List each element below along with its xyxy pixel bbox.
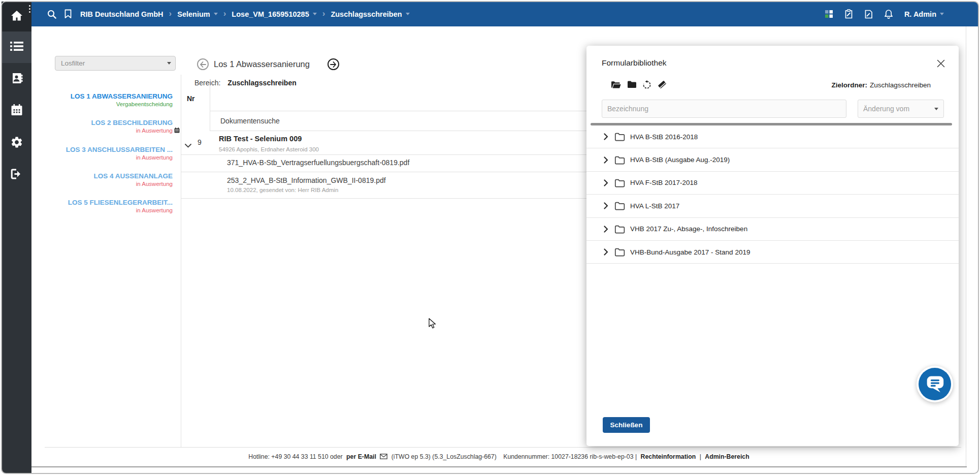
chevron-right-icon[interactable] <box>604 156 608 164</box>
chevron-right-icon[interactable] <box>604 248 608 256</box>
email-link[interactable]: per E-Mail <box>346 453 376 460</box>
chevron-right-icon[interactable] <box>604 179 608 186</box>
group-title: RIB Test - Selenium 009 <box>219 135 302 143</box>
chevron-down-icon[interactable] <box>185 141 191 150</box>
breadcrumb-separator: › <box>223 9 226 19</box>
open-folder-icon[interactable] <box>611 80 621 91</box>
los-title: LOS 1 ABWASSERSANIERUNG <box>48 92 173 101</box>
bookmark-icon[interactable] <box>64 9 72 19</box>
folder-tree-row[interactable]: HVA B-StB (Ausgabe Aug.-2019) <box>586 148 959 171</box>
breadcrumb-item[interactable]: › Zuschlagsschreiben <box>317 9 410 19</box>
sidebar-item-calendar[interactable] <box>2 95 31 127</box>
drag-handle-dots-icon[interactable] <box>29 5 30 13</box>
window-edge-horizontal <box>31 466 967 467</box>
chevron-right-icon[interactable] <box>604 226 608 233</box>
user-name-label: R. Admin <box>904 10 936 18</box>
rights-link[interactable]: Rechteinformation <box>641 453 696 460</box>
los-list-item[interactable]: LOS 1 ABWASSERSANIERUNG Vergabeentscheid… <box>48 92 173 118</box>
bezeichnung-filter-input[interactable] <box>602 100 846 118</box>
sidebar-item-logout[interactable] <box>2 159 31 191</box>
los-status: Vergabeentscheidung <box>48 101 173 108</box>
breadcrumb-item[interactable]: › Selenium <box>164 9 218 19</box>
folder-tree-row[interactable]: HVA L-StB 2017 <box>586 195 959 217</box>
chat-bubble-icon <box>919 368 951 400</box>
document-name: 371_HVA-B-Stb_Vertragserfuellungsbuergsc… <box>227 159 588 167</box>
page-title: Los 1 Abwassersanierung <box>214 59 310 69</box>
sidebar-item-settings[interactable] <box>2 127 31 159</box>
los-list-item[interactable]: LOS 4 AUSSENANLAGE in Auswertung <box>48 172 173 198</box>
sidebar <box>2 2 31 473</box>
los-list-item[interactable]: LOS 3 ANSCHLUSSARBEITEN ... in Auswertun… <box>48 145 173 172</box>
close-icon[interactable] <box>937 59 946 69</box>
folder-icon[interactable] <box>627 80 637 90</box>
chevron-right-icon[interactable] <box>604 202 608 209</box>
admin-area-link[interactable]: Admin-Bereich <box>705 453 749 460</box>
folder-outline-icon <box>614 201 625 210</box>
sidebar-item-contacts[interactable] <box>2 63 31 95</box>
arrow-left-icon <box>200 61 206 68</box>
document-row[interactable]: 371_HVA-B-Stb_Vertragserfuellungsbuergsc… <box>181 154 588 172</box>
notifications-icon[interactable] <box>884 9 893 19</box>
formularbibliothek-dialog: Formularbibliothek Zielordner:Zuschlagss… <box>586 46 959 446</box>
nr-column-header: Nr <box>187 94 195 103</box>
window-edge-vertical <box>966 26 966 467</box>
document-group-row[interactable]: 9 RIB Test - Selenium 009 54926 Apophis,… <box>181 131 588 155</box>
document-rows: 371_HVA-B-Stb_Vertragserfuellungsbuergsc… <box>181 154 588 199</box>
sidebar-item-home[interactable] <box>2 2 31 31</box>
folder-name: HVA B-StB (Ausgabe Aug.-2019) <box>630 156 730 164</box>
dialog-title: Formularbibliothek <box>602 58 667 68</box>
document-search-row <box>210 111 588 131</box>
home-icon <box>10 10 23 24</box>
folder-name: VHB 2017 Zu-, Absage-, Infoschreiben <box>630 225 747 233</box>
folder-tree-row[interactable]: HVA B-StB 2016-2018 <box>586 125 959 148</box>
folder-outline-icon <box>614 132 625 141</box>
envelope-icon[interactable] <box>380 454 387 461</box>
los-status: in Auswertung <box>48 180 173 188</box>
user-menu[interactable]: R. Admin <box>904 10 944 18</box>
next-los-button[interactable] <box>328 58 339 70</box>
close-dialog-button[interactable]: Schließen <box>603 417 650 433</box>
document-search-input[interactable] <box>210 111 599 131</box>
los-list-item[interactable]: LOS 2 BESCHILDERUNG in Auswertung <box>48 118 173 145</box>
topbar-right-icons: R. Admin <box>825 9 944 19</box>
settings-icon <box>10 136 23 151</box>
previous-los-button[interactable] <box>197 58 209 70</box>
los-list-item[interactable]: LOS 5 FLIESENLEGERARBEIT... in Auswertun… <box>48 198 173 225</box>
sidebar-item-projects[interactable] <box>2 31 31 63</box>
breadcrumb-item[interactable]: › RIB Deutschland GmbH <box>80 10 164 18</box>
los-status: in Auswertung <box>48 154 173 162</box>
folder-tree-row[interactable]: VHB-Bund-Ausgabe 2017 - Stand 2019 <box>586 241 959 264</box>
los-status-label: in Auswertung <box>136 154 173 161</box>
los-filter-input[interactable] <box>55 56 176 71</box>
breadcrumb-separator: › <box>322 9 325 19</box>
apps-icon[interactable] <box>825 10 833 18</box>
folder-tree-row[interactable]: HVA F-StB 2017-2018 <box>586 172 959 195</box>
folder-outline-icon <box>614 155 625 165</box>
folder-name: HVA B-StB 2016-2018 <box>630 133 698 141</box>
calendar-badge-icon <box>174 128 180 135</box>
search-icon[interactable] <box>47 9 57 19</box>
folder-name: HVA F-StB 2017-2018 <box>630 179 698 186</box>
chat-fab[interactable] <box>917 366 953 402</box>
breadcrumb-label: Selenium <box>177 10 210 18</box>
breadcrumb-item[interactable]: › Lose_VM_1659510285 <box>218 9 317 19</box>
calendar-icon <box>11 104 23 118</box>
refresh-icon[interactable] <box>642 80 651 91</box>
los-status-label: in Auswertung <box>136 181 173 187</box>
folder-tree-row[interactable]: VHB 2017 Zu-, Absage-, Infoschreiben <box>586 218 959 241</box>
los-status-label: in Auswertung <box>136 207 173 213</box>
los-status: in Auswertung <box>48 207 173 214</box>
target-folder-value: Zuschlagsschreiben <box>870 81 931 89</box>
document-row[interactable]: 253_2_HVA_B-StB_Information_GWB_II-0819.… <box>181 172 588 199</box>
los-title: LOS 2 BESCHILDERUNG <box>48 118 173 127</box>
los-filter-dropdown[interactable] <box>55 56 176 71</box>
eraser-icon[interactable] <box>658 80 667 91</box>
folder-outline-icon <box>614 178 625 187</box>
los-title: LOS 3 ANSCHLUSSARBEITEN ... <box>48 145 173 154</box>
clipboard-edit-icon[interactable] <box>844 9 853 19</box>
aenderung-vom-dropdown[interactable]: Änderung vom <box>858 100 944 118</box>
notes-edit-icon[interactable] <box>864 10 873 19</box>
aenderung-vom-label: Änderung vom <box>863 105 909 113</box>
chevron-right-icon[interactable] <box>604 133 608 140</box>
chevron-down-icon <box>406 13 410 15</box>
